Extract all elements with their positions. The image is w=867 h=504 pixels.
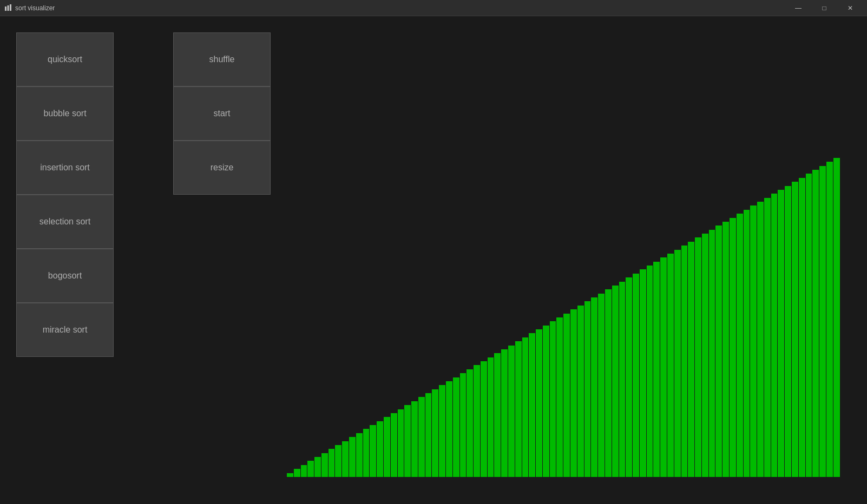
bar [529, 333, 535, 477]
bar [377, 421, 383, 477]
left-panel: quicksort bubble sort insertion sort sel… [16, 32, 114, 488]
bar [626, 277, 632, 477]
bar [730, 218, 736, 477]
bar [785, 186, 791, 477]
bar [757, 202, 764, 477]
bar [737, 214, 743, 477]
titlebar: sort visualizer — □ ✕ [0, 0, 867, 16]
minimize-button[interactable]: — [786, 0, 811, 16]
insertion-sort-button[interactable]: insertion sort [16, 141, 114, 195]
middle-panel: shuffle start resize [173, 32, 271, 488]
bar [577, 306, 584, 477]
bar [612, 286, 619, 477]
bar [570, 309, 577, 477]
bar [695, 237, 701, 477]
bar [398, 409, 404, 477]
bar [474, 365, 480, 477]
bar [826, 162, 833, 477]
bar [508, 346, 515, 477]
bar [640, 269, 646, 477]
bar [750, 205, 757, 477]
bubble-sort-button[interactable]: bubble sort [16, 87, 114, 141]
bar [453, 377, 459, 477]
bar [598, 294, 605, 477]
bar [799, 178, 805, 477]
bar [833, 158, 840, 477]
bar [329, 449, 335, 477]
miracle-sort-button[interactable]: miracle sort [16, 303, 114, 357]
bogosort-button[interactable]: bogosort [16, 249, 114, 303]
bar [335, 445, 341, 477]
bar [432, 389, 438, 477]
bar [370, 425, 376, 477]
bar [667, 254, 674, 477]
bar [363, 429, 370, 477]
bar [418, 397, 425, 477]
bar [515, 341, 522, 477]
bar [349, 437, 356, 477]
titlebar-controls: — □ ✕ [786, 0, 863, 16]
bar [563, 314, 570, 477]
bar [633, 274, 639, 477]
bar [806, 174, 812, 477]
start-button[interactable]: start [173, 87, 271, 141]
quicksort-button[interactable]: quicksort [16, 32, 114, 87]
bar [556, 317, 563, 477]
bar [647, 266, 653, 477]
bar [771, 194, 778, 477]
bar [287, 473, 293, 477]
bar [536, 329, 542, 477]
bar [674, 250, 681, 477]
main-content: quicksort bubble sort insertion sort sel… [0, 16, 867, 504]
shuffle-button[interactable]: shuffle [173, 32, 271, 87]
svg-rect-2 [10, 4, 11, 11]
bar [411, 401, 418, 477]
bar [722, 222, 729, 477]
bar [404, 405, 411, 477]
bar [681, 246, 688, 477]
bar [522, 337, 529, 477]
bar [488, 357, 494, 477]
bar [702, 234, 708, 477]
maximize-button[interactable]: □ [812, 0, 837, 16]
bar [764, 198, 771, 477]
bar [605, 289, 612, 477]
bar [543, 326, 549, 477]
bar [494, 353, 501, 477]
bars-container [287, 158, 840, 477]
bar [584, 301, 591, 477]
bar [342, 441, 349, 477]
bar [591, 297, 597, 477]
bar [812, 170, 819, 477]
bar [619, 282, 626, 477]
svg-rect-1 [8, 5, 9, 11]
bar [550, 321, 556, 477]
bar [778, 190, 784, 477]
bar [688, 242, 694, 477]
close-button[interactable]: ✕ [838, 0, 863, 16]
bar [294, 469, 300, 477]
bar [481, 361, 487, 477]
bar [460, 373, 467, 477]
app-icon [4, 4, 12, 12]
bar [446, 381, 452, 477]
bar [356, 433, 363, 477]
selection-sort-button[interactable]: selection sort [16, 195, 114, 249]
bar [744, 210, 750, 477]
bar [819, 166, 826, 477]
bar [439, 385, 445, 477]
bar [467, 369, 473, 477]
bar [307, 461, 314, 477]
bar [391, 413, 397, 477]
bar [321, 453, 328, 477]
bar [301, 465, 307, 477]
bar [715, 226, 722, 477]
bar [792, 182, 798, 477]
resize-button[interactable]: resize [173, 141, 271, 195]
bar [501, 349, 508, 477]
visualizer-panel [281, 32, 851, 488]
bar [425, 393, 432, 477]
titlebar-left: sort visualizer [4, 4, 55, 12]
bar [660, 257, 667, 477]
titlebar-title: sort visualizer [15, 4, 55, 12]
